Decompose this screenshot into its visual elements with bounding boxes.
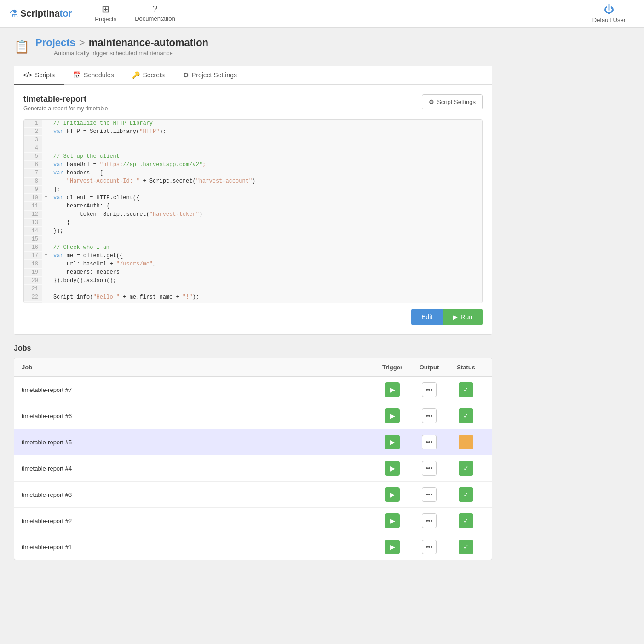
user-button[interactable]: ⏻ Default User	[583, 0, 635, 28]
jobs-title: Jobs	[14, 344, 492, 352]
edit-button[interactable]: Edit	[411, 309, 443, 325]
logo: ⚗ Scriptinator	[9, 8, 72, 20]
status-button[interactable]: ✓	[459, 540, 473, 554]
trigger-button[interactable]: ▶	[385, 513, 400, 528]
play-icon: ▶	[453, 313, 458, 321]
project-settings-icon: ⚙	[183, 71, 189, 79]
breadcrumb-project-name: maintenance-automation	[89, 37, 208, 49]
script-container: timetable-report Generate a report for m…	[14, 85, 492, 335]
tab-schedules-label: Schedules	[84, 71, 114, 79]
jobs-rows: timetable-report #7 ▶ ••• ✓ timetable-re…	[14, 377, 492, 560]
status-button[interactable]: ✓	[459, 382, 473, 397]
code-line-2: 2 var HTTP = Script.library("HTTP");	[24, 128, 482, 136]
script-info: timetable-report Generate a report for m…	[23, 94, 108, 112]
tab-schedules[interactable]: 📅 Schedules	[64, 66, 123, 85]
nav-projects-label: Projects	[95, 16, 116, 23]
code-editor[interactable]: 1 // Initialize the HTTP Library 2 var H…	[23, 119, 483, 303]
code-line-13: 13 }	[24, 219, 482, 227]
projects-icon: ⊞	[102, 4, 109, 15]
job-trigger-cell: ▶	[374, 461, 411, 476]
nav-documentation[interactable]: ? Documentation	[126, 0, 184, 29]
job-trigger-cell: ▶	[374, 540, 411, 554]
output-button[interactable]: •••	[422, 487, 437, 502]
job-name: timetable-report #2	[22, 518, 374, 524]
breadcrumb-separator: >	[79, 37, 85, 49]
gear-icon: ⚙	[429, 98, 434, 105]
trigger-button[interactable]: ▶	[385, 487, 400, 502]
job-output-cell: •••	[411, 408, 448, 423]
output-button[interactable]: •••	[422, 461, 437, 476]
job-trigger-cell: ▶	[374, 435, 411, 449]
tab-scripts-label: Scripts	[35, 71, 55, 79]
code-line-12: 12 token: Script.secret("harvest-token")	[24, 211, 482, 219]
notebook-icon: 📋	[14, 39, 30, 54]
code-line-19: 19 headers: headers	[24, 269, 482, 277]
status-button[interactable]: ✓	[459, 461, 473, 476]
job-name: timetable-report #1	[22, 544, 374, 551]
script-title: timetable-report	[23, 94, 108, 104]
trigger-button[interactable]: ▶	[385, 382, 400, 397]
col-trigger: Trigger	[374, 364, 411, 371]
code-line-1: 1 // Initialize the HTTP Library	[24, 120, 482, 128]
job-row: timetable-report #2 ▶ ••• ✓	[14, 508, 492, 534]
status-button[interactable]: !	[459, 435, 473, 449]
output-button[interactable]: •••	[422, 435, 437, 449]
script-description: Generate a report for my timetable	[23, 105, 108, 112]
job-name: timetable-report #6	[22, 413, 374, 420]
nav-documentation-label: Documentation	[135, 15, 175, 22]
code-line-14: 14 } });	[24, 227, 482, 236]
secrets-icon: 🔑	[132, 71, 140, 79]
job-row: timetable-report #6 ▶ ••• ✓	[14, 403, 492, 429]
job-status-cell: ✓	[448, 540, 484, 554]
code-line-11: 11 + bearerAuth: {	[24, 202, 482, 211]
code-line-22: 22 Script.info("Hello " + me.first_name …	[24, 293, 482, 302]
code-line-8: 8 "Harvest-Account-Id: " + Script.secret…	[24, 178, 482, 186]
code-line-6: 6 var baseUrl = "https://api.harvestapp.…	[24, 161, 482, 169]
breadcrumb-projects-link[interactable]: Projects	[35, 37, 75, 49]
user-icon: ⏻	[604, 4, 614, 16]
code-line-15: 15	[24, 236, 482, 244]
trigger-button[interactable]: ▶	[385, 540, 400, 554]
tabs: </> Scripts 📅 Schedules 🔑 Secrets ⚙ Proj…	[14, 66, 492, 85]
tab-secrets[interactable]: 🔑 Secrets	[123, 66, 173, 85]
job-status-cell: ✓	[448, 408, 484, 423]
job-trigger-cell: ▶	[374, 408, 411, 423]
tab-project-settings-label: Project Settings	[192, 71, 237, 79]
nav-projects[interactable]: ⊞ Projects	[86, 0, 126, 29]
script-settings-button[interactable]: ⚙ Script Settings	[422, 94, 483, 109]
col-job: Job	[22, 364, 374, 371]
logo-icon: ⚗	[9, 8, 18, 20]
trigger-button[interactable]: ▶	[385, 435, 400, 449]
user-label: Default User	[592, 17, 626, 23]
logo-text: Scriptinator	[20, 8, 72, 19]
job-status-cell: ✓	[448, 382, 484, 397]
trigger-button[interactable]: ▶	[385, 461, 400, 476]
run-button[interactable]: ▶ Run	[443, 309, 483, 325]
code-line-16: 16 // Check who I am	[24, 244, 482, 252]
output-button[interactable]: •••	[422, 382, 437, 397]
job-output-cell: •••	[411, 382, 448, 397]
job-row: timetable-report #7 ▶ ••• ✓	[14, 377, 492, 403]
output-button[interactable]: •••	[422, 513, 437, 528]
job-row: timetable-report #3 ▶ ••• ✓	[14, 482, 492, 508]
tab-project-settings[interactable]: ⚙ Project Settings	[174, 66, 246, 85]
jobs-table: Job Trigger Output Status timetable-repo…	[14, 358, 492, 560]
trigger-button[interactable]: ▶	[385, 408, 400, 423]
job-status-cell: !	[448, 435, 484, 449]
job-output-cell: •••	[411, 513, 448, 528]
code-line-3: 3	[24, 136, 482, 144]
job-output-cell: •••	[411, 540, 448, 554]
tab-scripts[interactable]: </> Scripts	[14, 66, 64, 85]
code-line-21: 21	[24, 285, 482, 293]
output-button[interactable]: •••	[422, 540, 437, 554]
job-output-cell: •••	[411, 461, 448, 476]
job-status-cell: ✓	[448, 461, 484, 476]
breadcrumb-text: Projects > maintenance-automation	[35, 37, 208, 49]
status-button[interactable]: ✓	[459, 513, 473, 528]
action-buttons: Edit ▶ Run	[23, 309, 483, 325]
code-line-5: 5 // Set up the client	[24, 153, 482, 161]
documentation-icon: ?	[152, 4, 157, 14]
status-button[interactable]: ✓	[459, 487, 473, 502]
status-button[interactable]: ✓	[459, 408, 473, 423]
output-button[interactable]: •••	[422, 408, 437, 423]
